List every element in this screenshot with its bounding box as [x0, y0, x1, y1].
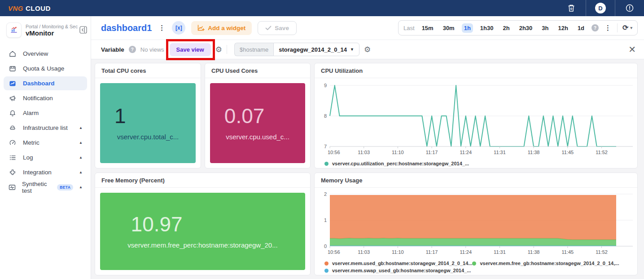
caret-down-icon: ▼: [350, 47, 354, 52]
vng-cloud-logo: VNG CLOUD: [8, 4, 51, 12]
dashboard-header-left: dashboard1 ⋮ [x] Add a widget: [101, 21, 297, 35]
integration-icon: [8, 168, 17, 177]
sidebar-item-label: Quota & Usage: [23, 65, 64, 72]
sidebar-item-log[interactable]: Log▲: [4, 151, 87, 164]
widget-title: Total CPU cores: [95, 63, 201, 78]
save-view-wrap: Save view: [170, 43, 211, 56]
time-range-1h30[interactable]: 1h30: [478, 23, 496, 33]
sidebar-item-quota-usage[interactable]: Quota & Usage: [4, 62, 87, 75]
svg-text:10:56: 10:56: [328, 249, 340, 255]
svg-text:11:03: 11:03: [358, 249, 370, 255]
add-widget-button[interactable]: Add a widget: [191, 21, 252, 35]
legend-label: vserver.mem.used_gb:hostname:storagegw_2…: [332, 261, 472, 266]
alerts-button[interactable]: [615, 0, 644, 16]
dashboard-menu-button[interactable]: ⋮: [158, 24, 166, 32]
time-range-menu-button[interactable]: ⋮: [604, 24, 612, 32]
sidebar-item-integration[interactable]: Integration▲: [4, 165, 87, 179]
time-range-options: 15m30m1h1h302h2h303h12h1d: [420, 23, 587, 33]
views-settings-gear-icon[interactable]: ⚙: [215, 46, 222, 53]
sidebar-item-label: Log: [23, 154, 33, 161]
collapse-arrow-icon: ▲: [79, 126, 83, 130]
save-dashboard-button[interactable]: Save: [258, 21, 297, 35]
sidebar-header: Portal / Monitoring & Sec vMonitor: [0, 16, 91, 43]
sidebar-item-metric[interactable]: Metric▲: [4, 136, 87, 150]
check-icon: [265, 26, 272, 31]
svg-text:11:38: 11:38: [528, 249, 540, 255]
time-bar-divider: [617, 23, 618, 32]
sidebar-item-notification[interactable]: Notification: [4, 91, 87, 105]
logo-cloud: CLOUD: [26, 4, 51, 12]
sidebar-item-label: Overview: [23, 50, 48, 57]
sidebar-item-dashboard[interactable]: Dashboard: [4, 76, 87, 90]
legend-dot-icon: [324, 261, 329, 266]
sidebar-header-text: Portal / Monitoring & Sec vMonitor: [26, 24, 78, 37]
refresh-button[interactable]: ⟳ ▾: [622, 24, 632, 31]
sidebar-item-infrastructure-list[interactable]: Infrastructure list▲: [4, 121, 87, 135]
widgets-grid: Total CPU cores 1 vserver.cpu.total_c...…: [91, 59, 644, 279]
time-range-2h[interactable]: 2h: [501, 23, 512, 33]
memory_usage-svg: 01210:5611:0311:1011:1711:2411:3111:3811…: [318, 190, 634, 258]
save-view-button[interactable]: Save view: [170, 43, 211, 56]
collapse-arrow-icon: ▲: [79, 141, 83, 145]
time-range-12h[interactable]: 12h: [556, 23, 570, 33]
svg-text:10:56: 10:56: [328, 150, 340, 155]
svg-text:0: 0: [570, 7, 573, 11]
widget-title: CPU Used Cores: [205, 63, 310, 78]
dashboard-icon: [8, 80, 17, 88]
time-range-30m[interactable]: 30m: [441, 23, 457, 33]
app-name: vMonitor: [26, 29, 78, 37]
legend-item[interactable]: vserver.mem.swap_used_gb:hostname:storag…: [324, 268, 472, 273]
legend-item[interactable]: vserver.cpu.utilization_perc:hostname:st…: [324, 161, 469, 166]
variable-toggle-button[interactable]: [x]: [172, 21, 185, 35]
cpu-used-stat-card: 0.07 vserver.cpu.used_c...: [210, 83, 305, 163]
sidebar-item-alarm[interactable]: Alarm: [4, 106, 87, 120]
no-views-label: No views: [140, 46, 164, 53]
svg-text:11:45: 11:45: [561, 249, 574, 255]
collapse-arrow-icon: ▲: [79, 155, 83, 159]
sidebar-item-overview[interactable]: Overview: [4, 47, 87, 61]
svg-text:11:03: 11:03: [358, 150, 370, 155]
save-dashboard-label: Save: [275, 25, 289, 31]
sidebar-item-synthetic-test[interactable]: Synthetic testBETA▲: [4, 180, 87, 194]
variable-help-icon[interactable]: ?: [129, 46, 136, 53]
legend-label: vserver.mem.swap_used_gb:hostname:storag…: [332, 268, 471, 273]
legend-label: vserver.cpu.utilization_perc:hostname:st…: [332, 161, 469, 166]
time-range-1d[interactable]: 1d: [575, 23, 587, 33]
free-memory-metric-label: vserver.mem.free_perc:hostname:storagegw…: [100, 241, 305, 249]
variable-bar: Variable ? No views Save view ⚙ $hostnam…: [91, 40, 644, 59]
legend-item[interactable]: vserver.mem.used_gb:hostname:storagegw_2…: [324, 261, 472, 266]
time-range-3h[interactable]: 3h: [539, 23, 551, 33]
svg-text:11:52: 11:52: [596, 150, 608, 155]
legend-item[interactable]: vserver.mem.free_gb:hostname:storagegw_2…: [472, 261, 620, 266]
refresh-icon: ⟳: [622, 24, 628, 31]
time-range-help-icon[interactable]: ?: [591, 24, 599, 31]
time-range-prefix: Last: [403, 25, 415, 31]
svg-text:11:17: 11:17: [426, 249, 438, 255]
memory-usage-chart: 01210:5611:0311:1011:1711:2411:3111:3811…: [318, 190, 634, 260]
topbar: VNG CLOUD 0 D: [0, 0, 644, 16]
svg-text:11:10: 11:10: [392, 249, 404, 255]
time-range-15m[interactable]: 15m: [420, 23, 436, 33]
hostname-variable-select[interactable]: storagegw_2014_2_0_14 ▼: [273, 43, 359, 56]
user-avatar-button[interactable]: D: [586, 0, 615, 16]
widget-cpu-utilization: CPU Utilization 78910:5611:0311:1011:171…: [314, 63, 638, 168]
legend-dot-icon: [324, 269, 329, 273]
widget-title: CPU Utilization: [315, 63, 637, 78]
sidebar-item-label: Integration: [23, 169, 52, 176]
home-icon: [8, 50, 17, 58]
time-range-2h30[interactable]: 2h30: [517, 23, 535, 33]
recycle-bin-button[interactable]: 0: [557, 0, 586, 16]
svg-text:8: 8: [324, 113, 327, 119]
time-range-1h[interactable]: 1h: [462, 23, 473, 33]
time-range-bar: Last 15m30m1h1h302h2h303h12h1d ? ⋮ ⟳ ▾: [398, 20, 638, 35]
hostname-variable-group: $hostname storagegw_2014_2_0_14 ▼: [234, 43, 359, 56]
add-widget-label: Add a widget: [208, 25, 245, 31]
free-memory-stat-card: 10.97 vserver.mem.free_perc:hostname:sto…: [100, 193, 305, 270]
sidebar-collapse-button[interactable]: [79, 26, 87, 35]
alarm-bell-icon: [8, 109, 17, 117]
close-variable-bar-button[interactable]: ✕: [628, 45, 636, 54]
widget-total-cpu-cores: Total CPU cores 1 vserver.cpu.total_c...: [95, 63, 201, 168]
variable-settings-gear-icon[interactable]: ⚙: [364, 46, 371, 53]
widget-title: Memory Usage: [315, 173, 637, 188]
vmonitor-app: VNG CLOUD 0 D: [0, 0, 644, 279]
